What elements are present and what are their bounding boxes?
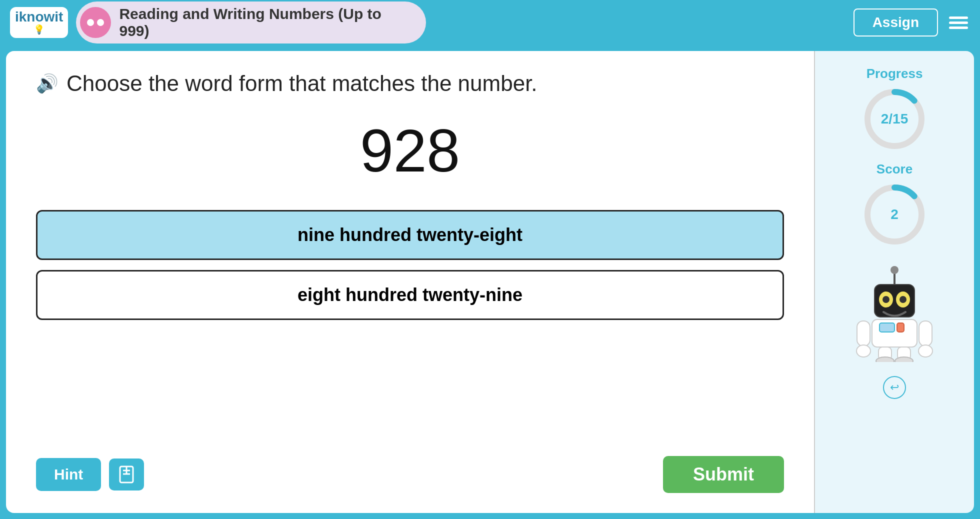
lesson-icon-dots — [87, 19, 104, 26]
svg-point-24 — [876, 357, 894, 362]
progress-label: Progress — [866, 66, 923, 82]
menu-line-2 — [949, 22, 968, 24]
bookmark-icon — [119, 466, 134, 484]
logo-area: iknowit 💡 — [10, 7, 68, 38]
svg-point-14 — [900, 296, 906, 303]
progress-ring: 2/15 — [862, 86, 927, 152]
menu-line-1 — [949, 16, 968, 19]
progress-value: 2/15 — [881, 111, 908, 127]
menu-line-3 — [949, 26, 968, 29]
lesson-icon — [80, 7, 111, 38]
menu-button[interactable] — [947, 14, 970, 31]
header-right: Assign — [854, 8, 970, 36]
hint-button[interactable]: Hint — [36, 458, 101, 491]
score-value: 2 — [890, 206, 898, 222]
bulb-icon: 💡 — [34, 24, 44, 35]
assign-button[interactable]: Assign — [854, 8, 938, 36]
answer-option-1[interactable]: nine hundred twenty-eight — [36, 210, 784, 260]
score-label: Score — [876, 162, 912, 177]
lesson-pill: Reading and Writing Numbers (Up to 999) — [76, 2, 426, 44]
svg-point-19 — [856, 345, 870, 357]
back-button[interactable]: ↩ — [883, 376, 906, 399]
dot-1 — [87, 19, 94, 26]
question-panel: 🔊 Choose the word form that matches the … — [6, 51, 814, 513]
svg-point-25 — [895, 357, 913, 362]
svg-rect-18 — [857, 321, 870, 346]
robot-container — [850, 262, 940, 362]
lesson-title: Reading and Writing Numbers (Up to 999) — [119, 6, 412, 40]
progress-section: Progress 2/15 — [862, 66, 927, 152]
svg-rect-16 — [880, 323, 894, 332]
bottom-bar: Hint Submit — [36, 456, 784, 493]
app-header: iknowit 💡 Reading and Writing Numbers (U… — [0, 0, 980, 45]
score-ring: 2 — [862, 182, 927, 247]
answer-option-2[interactable]: eight hundred twenty-nine — [36, 270, 784, 320]
svg-rect-20 — [919, 321, 932, 346]
logo-text: iknowit — [15, 10, 63, 24]
robot-svg — [850, 262, 940, 362]
score-section: Score 2 — [862, 162, 927, 247]
svg-rect-17 — [897, 323, 904, 332]
answer-options: nine hundred twenty-eight eight hundred … — [36, 210, 784, 320]
main-area: 🔊 Choose the word form that matches the … — [0, 45, 980, 519]
number-display: 928 — [36, 116, 784, 185]
back-icon: ↩ — [890, 381, 899, 394]
svg-point-9 — [890, 266, 898, 274]
dot-2 — [97, 19, 104, 26]
sound-icon[interactable]: 🔊 — [36, 73, 58, 94]
question-header: 🔊 Choose the word form that matches the … — [36, 71, 784, 96]
submit-button[interactable]: Submit — [663, 456, 784, 493]
svg-point-21 — [918, 345, 932, 357]
question-text: Choose the word form that matches the nu… — [66, 71, 538, 96]
logo-box: iknowit 💡 — [10, 7, 68, 38]
bookmark-button[interactable] — [109, 458, 144, 490]
sidebar: Progress 2/15 Score 2 — [814, 51, 974, 513]
svg-point-13 — [882, 296, 890, 303]
